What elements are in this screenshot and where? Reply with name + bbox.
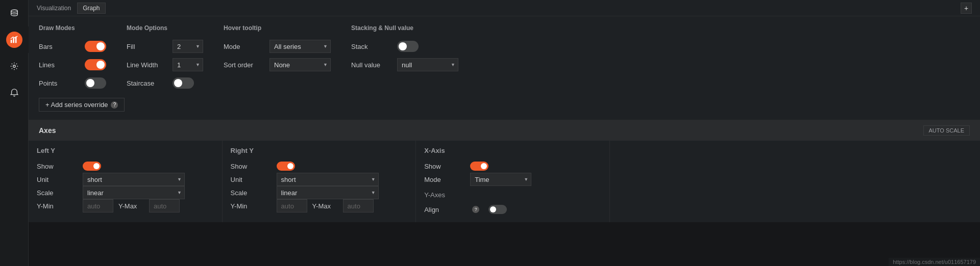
tooltip-mode-label: Mode (224, 43, 264, 50)
left-y-unit-select[interactable]: short bytesbits/sms% (83, 173, 185, 186)
add-series-label: + Add series override (45, 101, 108, 109)
lines-toggle[interactable] (85, 59, 106, 70)
fill-label: Fill (127, 43, 167, 50)
right-y-min-input[interactable] (277, 199, 307, 212)
y-axes-section: Y-Axes Align ? (424, 186, 601, 216)
x-axis-mode-wrapper: Time SeriesHistogram (470, 173, 531, 186)
right-y-unit-select[interactable]: short bytesbits/sms (277, 173, 379, 186)
expand-button[interactable]: + (961, 3, 972, 14)
points-toggle[interactable] (85, 77, 106, 89)
tooltip-mode-select[interactable]: All series SingleHidden (270, 40, 331, 53)
y-axes-align-toggle[interactable] (488, 205, 507, 214)
mode-options-group: Mode Options Fill 2 01345 Line Width 1 (127, 24, 203, 90)
left-y-min-input[interactable] (83, 199, 113, 212)
x-axis-column: X-Axis Show Mode Time SeriesHistogram (416, 141, 610, 222)
x-axis-show-toggle[interactable] (470, 162, 488, 171)
sort-order-label: Sort order (224, 61, 264, 69)
fill-select[interactable]: 2 01345 (173, 40, 203, 53)
tooltip-mode-wrapper: All series SingleHidden (270, 40, 331, 53)
staircase-row: Staircase (127, 76, 203, 90)
main-content: Visualization Graph + Draw Modes Bars Li… (29, 0, 980, 266)
hover-tooltip-group: Hover tooltip Mode All series SingleHidd… (224, 24, 331, 90)
top-bar: Visualization Graph + (29, 0, 980, 16)
hover-tooltip-title: Hover tooltip (224, 24, 331, 32)
bars-label: Bars (39, 43, 80, 50)
sort-order-select[interactable]: None AscendingDescending (270, 58, 331, 71)
x-axis-show-row: Show (424, 159, 601, 173)
sidebar-item-chart[interactable] (0, 26, 29, 53)
null-value-row: Null value null connectednull as zero (351, 58, 458, 71)
points-row: Points (39, 76, 106, 90)
lines-label: Lines (39, 61, 80, 69)
linewidth-row: Line Width 1 2345 (127, 58, 203, 71)
stack-row: Stack (351, 40, 458, 53)
right-y-show-label: Show (231, 163, 272, 170)
empty-column (610, 141, 980, 222)
null-value-select[interactable]: null connectednull as zero (397, 58, 458, 71)
draw-modes-panel: Draw Modes Bars Lines Points (29, 16, 980, 120)
left-y-show-label: Show (37, 163, 78, 170)
sidebar-item-database[interactable] (0, 0, 29, 26)
bell-icon (6, 85, 22, 101)
left-y-unit-row: Unit short bytesbits/sms% (37, 173, 214, 186)
fill-row: Fill 2 01345 (127, 40, 203, 53)
bars-toggle[interactable] (85, 41, 106, 52)
right-y-show-toggle[interactable] (277, 162, 295, 171)
graph-button[interactable]: Graph (77, 3, 105, 14)
y-axes-align-row: Align ? (424, 203, 601, 216)
linewidth-select-wrapper: 1 2345 (173, 58, 203, 71)
y-axes-label: Y-Axes (424, 191, 601, 199)
left-y-max-label: Y-Max (118, 202, 144, 210)
left-y-show-row: Show (37, 159, 214, 173)
right-y-min-label: Y-Min (231, 202, 272, 210)
right-y-max-label: Y-Max (312, 202, 338, 210)
axes-title: Axes (39, 126, 56, 135)
stack-label: Stack (351, 43, 392, 50)
left-y-scale-select[interactable]: linear log(base 2)log(base 10) (83, 186, 185, 199)
right-y-column: Right Y Show Unit short bytesbits/sms (223, 141, 416, 222)
sidebar (0, 0, 29, 266)
left-y-max-input[interactable] (149, 199, 180, 212)
sidebar-item-bell[interactable] (0, 79, 29, 106)
linewidth-select[interactable]: 1 2345 (173, 58, 203, 71)
stacking-null-title: Stacking & Null value (351, 24, 458, 32)
staircase-toggle[interactable] (173, 77, 194, 89)
axes-content: Left Y Show Unit short bytesbits/sms% (29, 141, 980, 222)
lines-row: Lines (39, 58, 106, 71)
right-y-scale-select[interactable]: linear log(base 2)log(base 10) (277, 186, 379, 199)
svg-point-0 (11, 10, 17, 12)
null-value-wrapper: null connectednull as zero (397, 58, 458, 71)
stack-toggle[interactable] (397, 41, 419, 52)
left-y-min-label: Y-Min (37, 202, 78, 210)
left-y-column: Left Y Show Unit short bytesbits/sms% (29, 141, 223, 222)
fill-select-wrapper: 2 01345 (173, 40, 203, 53)
auto-scale-button[interactable]: AUTO SCALE (923, 125, 970, 136)
database-icon (6, 5, 22, 21)
add-series-button[interactable]: + Add series override ? (39, 98, 125, 112)
x-axis-mode-row: Mode Time SeriesHistogram (424, 173, 601, 186)
left-y-unit-label: Unit (37, 176, 78, 183)
right-y-title: Right Y (231, 147, 408, 154)
stacking-null-group: Stacking & Null value Stack Null value n… (351, 24, 458, 90)
x-axis-mode-select[interactable]: Time SeriesHistogram (470, 173, 531, 186)
help-icon: ? (111, 101, 118, 109)
axes-title-bar: Axes AUTO SCALE (29, 120, 980, 141)
right-y-max-input[interactable] (343, 199, 374, 212)
sidebar-item-gear[interactable] (0, 53, 29, 79)
left-y-show-toggle[interactable] (83, 162, 101, 171)
left-y-scale-label: Scale (37, 189, 78, 197)
y-axes-align-label: Align (424, 206, 465, 214)
align-help-icon: ? (472, 206, 479, 213)
visualization-label: Visualization (37, 5, 71, 12)
x-axis-mode-label: Mode (424, 176, 465, 183)
axes-section: Axes AUTO SCALE Left Y Show Unit (29, 120, 980, 222)
gear-icon (6, 58, 22, 74)
svg-rect-2 (13, 38, 14, 43)
url-bar: https://blog.csdn.net/u011657179 (889, 258, 980, 266)
right-y-unit-label: Unit (231, 176, 272, 183)
null-value-label: Null value (351, 61, 392, 69)
tooltip-mode-row: Mode All series SingleHidden (224, 40, 331, 53)
svg-rect-1 (10, 40, 12, 43)
left-y-title: Left Y (37, 147, 214, 154)
left-y-minmax-row: Y-Min Y-Max (37, 199, 214, 212)
